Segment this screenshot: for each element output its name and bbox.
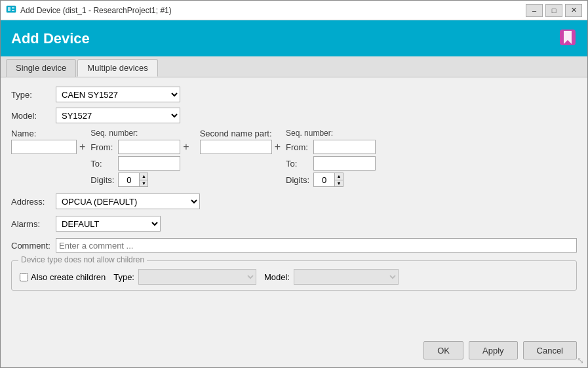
cancel-button[interactable]: Cancel — [523, 341, 577, 359]
children-group: Device type does not allow children Also… — [11, 260, 577, 291]
comment-label: Comment: — [11, 241, 50, 251]
alarms-row: Alarms: DEFAULT — [11, 216, 577, 232]
name-input[interactable] — [11, 140, 77, 154]
address-label: Address: — [11, 197, 50, 207]
svg-rect-3 — [12, 10, 14, 11]
header-icon — [559, 28, 577, 49]
children-type-label: Type: — [113, 272, 134, 282]
comment-row: Comment: — [11, 238, 577, 253]
window-icon — [6, 4, 16, 16]
name-fields-area: Name: + Seq. number: From: + — [11, 129, 577, 187]
children-inner: Also create children Type: Model: — [20, 269, 568, 285]
digits-up-2[interactable]: ▲ — [335, 173, 343, 180]
children-legend: Device type does not allow children — [18, 255, 147, 264]
content-area: Type: CAEN SY1527 Model: SY1527 Name: — [1, 77, 587, 336]
children-type-select[interactable] — [138, 269, 256, 285]
second-name-label: Second name part: — [200, 129, 281, 138]
digits-label-2: Digits: — [286, 175, 311, 185]
digits-spinbox-1: ▲ ▼ — [118, 173, 148, 187]
digits-input-2[interactable] — [313, 173, 334, 187]
children-model-label: Model: — [264, 272, 290, 282]
also-create-children-row: Also create children — [20, 272, 106, 282]
seq-number-label-1: Seq. number: — [90, 129, 189, 138]
seq-section-2: Seq. number: From: To: Digits: — [286, 129, 376, 187]
footer: OK Apply Cancel — [1, 336, 587, 367]
seq-section-1: Seq. number: From: + To: Digits: — [90, 129, 189, 187]
children-model-row: Model: — [264, 269, 399, 285]
alarms-label: Alarms: — [11, 219, 50, 229]
model-label: Model: — [11, 111, 50, 121]
digits-label-1: Digits: — [90, 175, 115, 185]
type-label: Type: — [11, 90, 50, 100]
digits-up-1[interactable]: ▲ — [140, 173, 147, 180]
second-name-section: Second name part: + — [200, 129, 281, 154]
digits-down-2[interactable]: ▼ — [335, 180, 343, 187]
plus-sign-3: + — [275, 141, 281, 153]
alarms-select[interactable]: DEFAULT — [56, 216, 161, 232]
also-create-checkbox[interactable] — [20, 273, 28, 281]
tab-multiple-devices[interactable]: Multiple devices — [77, 59, 158, 77]
children-model-select[interactable] — [294, 269, 399, 285]
svg-rect-1 — [8, 7, 10, 11]
plus-sign-2: + — [183, 141, 189, 153]
comment-input[interactable] — [56, 238, 577, 253]
tabs-bar: Single device Multiple devices — [1, 56, 587, 77]
plus-sign-1: + — [79, 141, 85, 153]
also-create-label[interactable]: Also create children — [31, 272, 106, 282]
minimize-button[interactable]: – — [526, 4, 543, 17]
type-select[interactable]: CAEN SY1527 — [56, 87, 180, 102]
close-button[interactable]: ✕ — [565, 4, 582, 17]
second-name-input[interactable] — [200, 140, 272, 154]
window-title: Add Device (dist_1 - ResearchProject1; #… — [20, 6, 522, 15]
titlebar: Add Device (dist_1 - ResearchProject1; #… — [1, 1, 587, 20]
children-type-row: Type: — [113, 269, 256, 285]
seq-from-input-1[interactable] — [118, 140, 180, 154]
address-row: Address: OPCUA (DEFAULT) — [11, 194, 577, 209]
maximize-button[interactable]: □ — [545, 4, 562, 17]
address-select[interactable]: OPCUA (DEFAULT) — [56, 194, 200, 209]
resize-handle[interactable]: ⤡ — [577, 356, 584, 365]
seq-from-input-2[interactable] — [313, 140, 376, 154]
from-label-2: From: — [286, 142, 311, 152]
to-label-1: To: — [90, 159, 115, 169]
seq-to-input-2[interactable] — [313, 156, 376, 171]
digits-down-1[interactable]: ▼ — [140, 180, 147, 187]
svg-rect-2 — [12, 7, 14, 9]
window-controls: – □ ✕ — [526, 4, 582, 17]
apply-button[interactable]: Apply — [469, 341, 518, 359]
tab-single-device[interactable]: Single device — [6, 59, 76, 77]
ok-button[interactable]: OK — [423, 341, 463, 359]
name-label: Name: — [11, 129, 85, 138]
model-select[interactable]: SY1527 — [56, 108, 180, 123]
type-row: Type: CAEN SY1527 — [11, 87, 577, 102]
model-row: Model: SY1527 — [11, 108, 577, 123]
digits-input-1[interactable] — [118, 173, 139, 187]
digits-spinbox-2: ▲ ▼ — [313, 173, 343, 187]
header-title: Add Device — [11, 30, 90, 47]
header-bar: Add Device — [1, 20, 587, 56]
seq-number-label-2: Seq. number: — [286, 129, 376, 138]
to-label-2: To: — [286, 159, 311, 169]
seq-to-input-1[interactable] — [118, 156, 180, 171]
from-label-1: From: — [90, 142, 115, 152]
